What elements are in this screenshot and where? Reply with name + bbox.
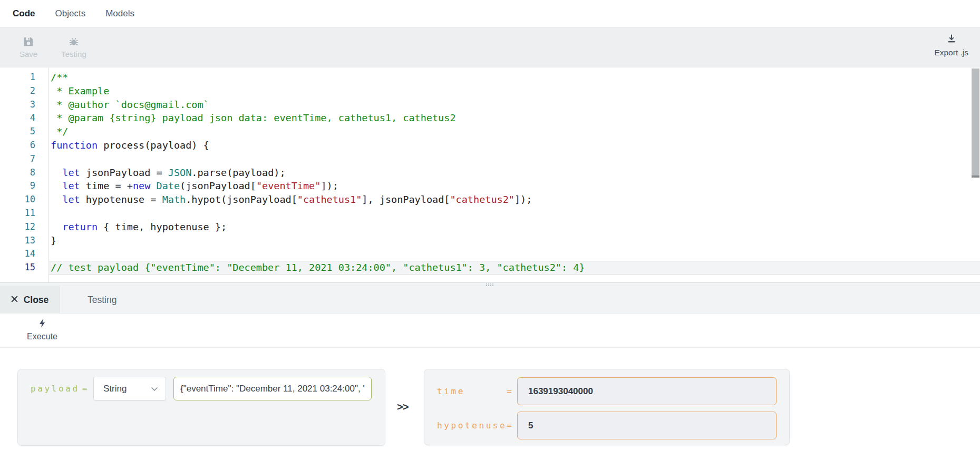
tab-code[interactable]: Code xyxy=(13,8,35,19)
testing-io-area: payload = String >> time=hypotenuse= xyxy=(0,348,980,460)
close-label: Close xyxy=(24,295,49,306)
payload-type-value: String xyxy=(103,384,127,394)
payload-equals-sign: = xyxy=(82,384,89,394)
tab-panel-testing[interactable]: Testing xyxy=(88,286,117,314)
code-line[interactable]: return { time, hypotenuse }; xyxy=(49,220,980,234)
tab-models[interactable]: Models xyxy=(105,8,134,19)
code-line[interactable]: * Example xyxy=(49,84,980,98)
lightning-bolt-icon xyxy=(39,319,45,330)
code-line[interactable] xyxy=(49,152,980,166)
close-panel-button[interactable]: Close xyxy=(0,286,60,314)
testing-button[interactable]: Testing xyxy=(57,36,91,58)
line-number: 7 xyxy=(0,152,48,166)
save-button[interactable]: Save xyxy=(12,36,45,58)
code-line[interactable]: let hypotenuse = Math.hypot(jsonPayload[… xyxy=(49,193,980,207)
chevron-down-icon xyxy=(151,384,158,394)
execute-label: Execute xyxy=(27,332,57,341)
close-icon xyxy=(11,295,18,305)
line-number: 12 xyxy=(0,220,48,234)
result-equals-sign: = xyxy=(507,420,517,430)
result-row: time= xyxy=(437,377,777,405)
result-name-label: hypotenuse xyxy=(437,420,507,430)
bottom-panel-tabs: Close Testing xyxy=(0,286,980,314)
testing-toolbar: Execute xyxy=(0,314,980,348)
line-number: 2 xyxy=(0,84,48,98)
payload-row: payload = xyxy=(31,377,89,400)
export-js-button[interactable]: Export .js xyxy=(934,34,968,57)
code-line[interactable]: * @param {string} payload json data: eve… xyxy=(49,111,980,125)
payload-input-card: payload = String xyxy=(17,369,385,446)
pane-resize-handle[interactable] xyxy=(0,282,980,286)
code-line[interactable] xyxy=(49,247,980,261)
code-editor[interactable]: 123456789101112131415 /** * Example * @a… xyxy=(0,68,980,282)
io-arrow: >> xyxy=(397,401,408,413)
code-line[interactable]: } xyxy=(49,234,980,248)
code-line[interactable]: // test payload {"eventTime": "December … xyxy=(49,261,980,275)
testing-label: Testing xyxy=(61,50,86,58)
result-equals-sign: = xyxy=(507,386,517,396)
line-number: 3 xyxy=(0,98,48,112)
export-js-label: Export .js xyxy=(934,48,968,57)
line-number: 15 xyxy=(0,261,48,275)
code-line[interactable]: function process(payload) { xyxy=(49,139,980,152)
line-number: 6 xyxy=(0,139,48,152)
bug-icon xyxy=(69,36,79,47)
code-lines: /** * Example * @author `docs@gmail.com`… xyxy=(49,68,980,282)
line-number: 11 xyxy=(0,207,48,220)
download-icon xyxy=(947,34,956,45)
line-number: 4 xyxy=(0,111,48,125)
editor-toolbar: Save Testing Export .js xyxy=(0,27,980,67)
code-line[interactable]: /** xyxy=(49,71,980,84)
code-line[interactable]: let jsonPayload = JSON.parse(payload); xyxy=(49,166,980,180)
code-line[interactable]: * @author `docs@gmail.com` xyxy=(49,98,980,112)
line-number: 9 xyxy=(0,179,48,193)
execute-button[interactable]: Execute xyxy=(23,319,61,341)
line-number: 1 xyxy=(0,71,48,84)
line-numbers: 123456789101112131415 xyxy=(0,68,48,282)
line-number: 10 xyxy=(0,193,48,207)
code-line[interactable]: */ xyxy=(49,125,980,139)
result-value-input[interactable] xyxy=(517,377,777,405)
line-number: 14 xyxy=(0,247,48,261)
line-number: 13 xyxy=(0,234,48,248)
line-number: 5 xyxy=(0,125,48,139)
payload-param-label: payload xyxy=(31,384,79,394)
line-number: 8 xyxy=(0,166,48,180)
save-label: Save xyxy=(20,50,37,58)
tab-objects[interactable]: Objects xyxy=(55,8,86,19)
code-line[interactable] xyxy=(49,207,980,220)
result-row: hypotenuse= xyxy=(437,412,777,439)
payload-type-select[interactable]: String xyxy=(93,377,166,400)
code-editor-app: Code Objects Models Save xyxy=(0,0,980,460)
result-value-input[interactable] xyxy=(517,412,777,439)
result-name-label: time xyxy=(437,386,507,396)
code-line[interactable]: let time = +new Date(jsonPayload["eventT… xyxy=(49,179,980,193)
payload-value-input[interactable] xyxy=(173,377,372,400)
floppy-disk-icon xyxy=(23,36,34,47)
top-nav: Code Objects Models xyxy=(0,0,980,27)
editor-scrollbar[interactable] xyxy=(972,68,979,178)
result-output-card: time=hypotenuse= xyxy=(424,369,790,445)
